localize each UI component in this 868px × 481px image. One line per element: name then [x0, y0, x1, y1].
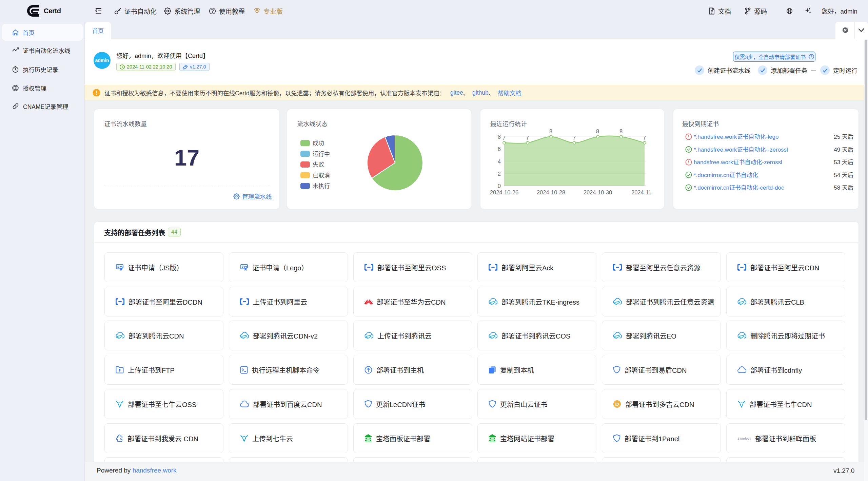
svg-text:*.docmirror.cn证书自动化-certd-doc: *.docmirror.cn证书自动化-certd-doc — [694, 185, 784, 191]
svg-text:*.handsfree.work证书自动化-lego: *.handsfree.work证书自动化-lego — [694, 134, 778, 140]
svg-text:58 天后: 58 天后 — [834, 185, 853, 191]
svg-text:49 天后: 49 天后 — [834, 147, 853, 153]
svg-text:Synology: Synology — [737, 437, 751, 440]
svg-text:成功: 成功 — [313, 140, 324, 147]
svg-text:0: 0 — [498, 183, 501, 189]
svg-text:7: 7 — [502, 135, 506, 141]
svg-text:4: 4 — [498, 158, 501, 165]
svg-text:2: 2 — [498, 171, 501, 177]
svg-text:2024-10-30: 2024-10-30 — [584, 189, 612, 195]
svg-text:2024-10-26: 2024-10-26 — [490, 189, 518, 195]
svg-text:2024-10-28: 2024-10-28 — [537, 189, 565, 195]
svg-text:8: 8 — [549, 128, 552, 134]
svg-text:运行中: 运行中 — [313, 151, 330, 157]
svg-text:D: D — [615, 401, 619, 407]
svg-text:已取消: 已取消 — [313, 172, 330, 179]
svg-text:handsfree.work证书自动化-zerossl: handsfree.work证书自动化-zerossl — [694, 159, 782, 166]
svg-text:6: 6 — [498, 146, 501, 152]
svg-text:失败: 失败 — [313, 161, 324, 168]
svg-text:未执行: 未执行 — [313, 183, 330, 189]
svg-text:*.docmirror.cn证书自动化: *.docmirror.cn证书自动化 — [694, 172, 758, 178]
svg-text:25 天后: 25 天后 — [834, 134, 853, 140]
svg-text:8: 8 — [498, 134, 501, 140]
svg-text:*.handsfree.work证书自动化--zerossl: *.handsfree.work证书自动化--zerossl — [694, 147, 788, 153]
svg-text:7: 7 — [643, 135, 646, 141]
svg-text:54 天后: 54 天后 — [834, 172, 853, 178]
svg-text:7: 7 — [526, 135, 529, 141]
svg-text:7: 7 — [573, 135, 576, 141]
svg-text:53 天后: 53 天后 — [834, 159, 853, 166]
svg-text:8: 8 — [596, 128, 599, 134]
svg-text:8: 8 — [619, 128, 623, 134]
svg-text:2024-11-: 2024-11- — [631, 189, 653, 195]
